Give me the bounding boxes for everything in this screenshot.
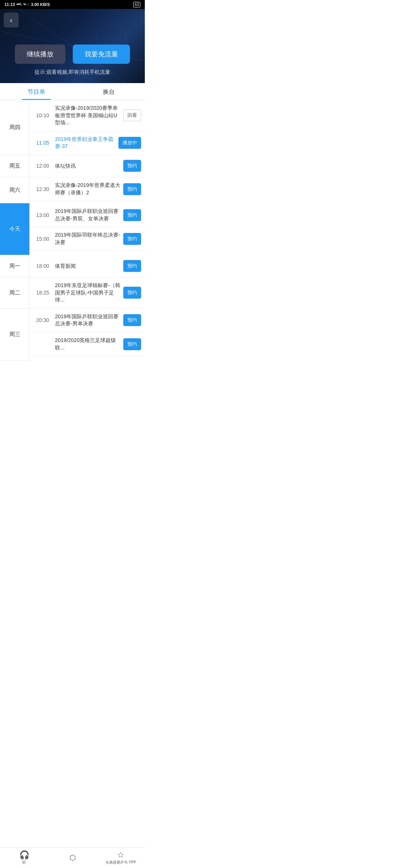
programs-thu: 10:10 实况录像-2019/2020赛季单板滑雪世界杯 美国铜山站U型场..… [30,100,145,155]
video-area: ‹ 继续播放 我要免流量 提示:观看视频,即将消耗手机流量 [0,9,145,83]
reserve-button[interactable]: 预约 [123,260,141,272]
day-label-today: 今天 [0,203,30,255]
program-time: 20:30 [33,317,52,323]
video-bg-decoration [0,9,145,83]
day-label-tue: 周二 [0,277,30,309]
program-time: 18:25 [33,290,52,296]
program-time: 12:00 [33,163,52,169]
day-label-sat: 周六 [0,177,30,203]
day-group-tue: 周二 18:25 2019年东亚足球锦标赛-（韩国男子足球队-中国男子足球...… [0,277,145,309]
status-left: 11:13 ⁴⁴⁶ᵢ ³ᵍ↑↑ 3.00 KB/S [4,2,50,7]
programs-fri: 12:00 体坛快讯 预约 [30,155,145,177]
program-title: 2019年国际乒联职业巡回赛 总决赛-男双、女单决赛 [52,208,123,222]
status-right: 63 [133,2,140,7]
program-row: 15:00 2019年国际羽联年终总决赛-决赛 预约 [30,227,145,251]
tab-bar: 节目单 换台 [0,83,145,100]
programs-today: 13:00 2019年国际乒联职业巡回赛 总决赛-男双、女单决赛 预约 15:0… [30,203,145,255]
time: 11:13 [4,2,15,7]
schedule-body: 周四 10:10 实况录像-2019/2020赛季单板滑雪世界杯 美国铜山站U型… [0,100,145,361]
status-bar: 11:13 ⁴⁴⁶ᵢ ³ᵍ↑↑ 3.00 KB/S 63 [0,0,145,9]
program-time: 13:00 [33,212,52,218]
day-group-sat: 周六 12:30 实况录像-2019年世界柔道大师赛（录播）2 预约 [0,177,145,203]
signal-3g: ³ᵍ↑↑ [23,3,29,7]
day-group-fri: 周五 12:00 体坛快讯 预约 [0,155,145,177]
reserve-button[interactable]: 预约 [123,287,141,299]
program-title: 实况录像-2019年世界柔道大师赛（录播）2 [52,182,123,196]
program-title: 体育新闻 [52,263,123,270]
day-group-wed: 周三 20:30 2019年国际乒联职业巡回赛 总决赛-男单决赛 预约 2019… [0,309,145,361]
programs-sat: 12:30 实况录像-2019年世界柔道大师赛（录播）2 预约 [30,177,145,203]
program-row-active: 11:05 2019年世界职业拳王争霸赛-37 播放中 [30,131,145,155]
program-row: 20:30 2019年国际乒联职业巡回赛 总决赛-男单决赛 预约 [30,309,145,332]
tab-change-channel[interactable]: 换台 [72,83,145,100]
battery-indicator: 63 [133,2,140,7]
day-label-fri: 周五 [0,155,30,177]
program-title: 2019年国际乒联职业巡回赛 总决赛-男单决赛 [52,313,123,328]
program-row: 18:25 2019年东亚足球锦标赛-（韩国男子足球队-中国男子足球... 预约 [30,277,145,309]
program-title: 2019/2020英格兰足球超级联... [52,337,123,351]
svg-line-1 [19,9,126,83]
program-time: 15:00 [33,236,52,242]
reserve-button[interactable]: 预约 [123,160,141,172]
reserve-button[interactable]: 预约 [123,314,141,326]
program-row: 18:00 体育新闻 预约 [30,255,145,277]
programs-mon: 18:00 体育新闻 预约 [30,255,145,277]
day-group-today: 今天 13:00 2019年国际乒联职业巡回赛 总决赛-男双、女单决赛 预约 1… [0,203,145,255]
program-row: 12:30 实况录像-2019年世界柔道大师赛（录播）2 预约 [30,177,145,201]
network-speed: 3.00 KB/S [31,2,50,7]
day-group-mon: 周一 18:00 体育新闻 预约 [0,255,145,277]
programs-wed: 20:30 2019年国际乒联职业巡回赛 总决赛-男单决赛 预约 2019/20… [30,309,145,361]
now-playing-button[interactable]: 播放中 [118,137,141,149]
svg-point-3 [97,24,126,53]
program-time: 10:10 [33,112,52,118]
program-title-active: 2019年世界职业拳王争霸赛-37 [52,136,118,150]
tab-schedule[interactable]: 节目单 [0,83,72,100]
day-label-thu: 周四 [0,100,30,155]
svg-point-4 [20,55,39,74]
program-row: 12:00 体坛快讯 预约 [30,155,145,177]
schedule-container: 周四 10:10 实况录像-2019/2020赛季单板滑雪世界杯 美国铜山站U型… [0,100,145,361]
program-title: 2019年东亚足球锦标赛-（韩国男子足球队-中国男子足球... [52,282,123,304]
reserve-button[interactable]: 预约 [123,209,141,221]
day-label-mon: 周一 [0,255,30,277]
reserve-button[interactable]: 预约 [123,338,141,350]
signal-4g: ⁴⁴⁶ᵢ [16,3,22,7]
day-label-wed: 周三 [0,309,30,361]
program-row: 13:00 2019年国际乒联职业巡回赛 总决赛-男双、女单决赛 预约 [30,203,145,227]
svg-line-2 [37,9,74,83]
main-content: 节目单 换台 周四 10:10 实况录像-2019/2020赛季单板滑雪世界杯 … [0,83,145,381]
program-time: 12:30 [33,186,52,192]
program-time-active: 11:05 [33,140,52,146]
program-title: 体坛快讯 [52,162,123,170]
reserve-button[interactable]: 预约 [123,233,141,245]
reserve-button[interactable]: 预约 [123,183,141,195]
program-title: 2019年国际羽联年终总决赛-决赛 [52,231,123,246]
programs-tue: 18:25 2019年东亚足球锦标赛-（韩国男子足球队-中国男子足球... 预约 [30,277,145,309]
day-group-thu: 周四 10:10 实况录像-2019/2020赛季单板滑雪世界杯 美国铜山站U型… [0,100,145,155]
program-title: 实况录像-2019/2020赛季单板滑雪世界杯 美国铜山站U型场... [52,105,123,126]
watch-back-button[interactable]: 回看 [123,109,141,121]
program-time: 18:00 [33,263,52,269]
program-row: 10:10 实况录像-2019/2020赛季单板滑雪世界杯 美国铜山站U型场..… [30,100,145,131]
program-row: 2019/2020英格兰足球超级联... 预约 [30,332,145,356]
